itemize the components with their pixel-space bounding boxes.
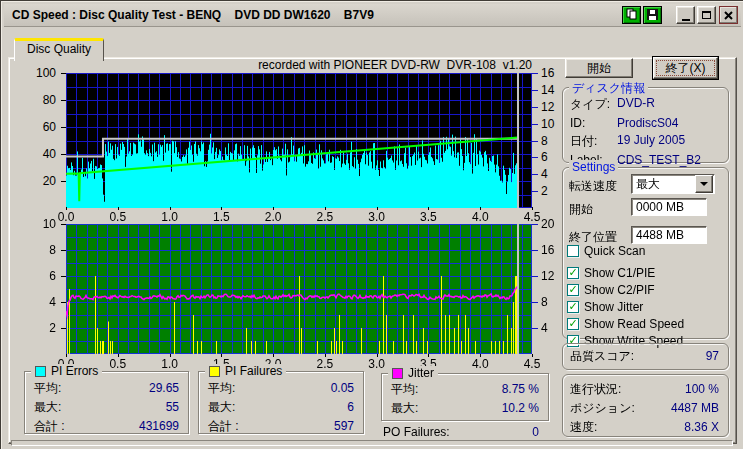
transfer-speed-label: 転送速度 [569,178,617,195]
stat-label: 合計 : [34,417,65,436]
x-axis-tick-label: 3.5 [412,211,444,223]
checkbox-icon[interactable] [567,245,579,257]
y-axis-tick-label: 10 [43,218,56,230]
stat-row: 平均:29.65 [25,379,188,398]
checkbox-label: Show C1/PIE [584,266,655,280]
tick-mark [170,354,171,357]
tick-mark [532,250,538,251]
x-axis-tick-label: 1.0 [154,358,186,370]
application-window: CD Speed : Disc Quality Test - BENQ DVD … [0,0,743,449]
tick-mark [532,90,538,91]
checkmark-icon: ✓ [568,285,577,295]
tick-mark [532,276,538,277]
checkmark-icon: ✓ [568,319,577,329]
tick-mark [61,250,66,251]
minimize-button[interactable] [676,6,695,24]
tick-mark [532,328,538,329]
tick-mark [325,354,326,357]
y-axis-tick-label: 60 [43,121,56,133]
checkbox-show-c1-pie[interactable]: ✓Show C1/PIE [567,266,729,280]
save-button[interactable] [643,6,662,24]
copy-icon [626,8,637,23]
progress-label: 進行状況: [570,380,621,399]
tick-mark [532,354,533,357]
tick-mark [170,207,171,210]
tick-mark [532,224,538,225]
y-axis-tick-label: 40 [43,148,56,160]
pi-failures-color-swatch [209,366,220,377]
tab-disc-quality[interactable]: Disc Quality [14,38,104,61]
tick-mark [66,354,67,357]
stat-value: 8.75 % [502,380,539,399]
checkbox-icon[interactable]: ✓ [567,267,579,279]
y-axis-tick-label: 20 [541,218,554,230]
transfer-speed-select[interactable]: 最大 [631,174,715,194]
checkbox-show-read-speed[interactable]: ✓Show Read Speed [567,317,729,331]
tick-mark [61,73,66,74]
pif-jitter-left-axis: 108642 [27,224,66,354]
settings-checkboxes: Quick Scan✓Show C1/PIE✓Show C2/PIF✓Show … [567,244,729,348]
info-value: 19 July 2005 [617,133,724,150]
jitter-legend: Jitter [408,366,434,380]
x-axis-tick-label: 2.5 [309,211,341,223]
info-value: CDS_TEST_B2 [617,153,724,167]
disc-info-rows: タイプ:DVD-RID:ProdiscS04日付:19 July 2005Lab… [570,96,724,167]
y-axis-tick-label: 8 [541,135,548,147]
checkbox-quick-scan[interactable]: Quick Scan [567,244,729,258]
info-label: タイプ: [570,96,617,113]
tick-mark [221,207,222,210]
y-axis-tick-label: 8 [49,244,56,256]
tick-mark [377,354,378,357]
close-button[interactable] [719,6,738,24]
x-axis-tick-label: 0.5 [102,358,134,370]
disc-info-title: ディスク情報 [569,80,648,97]
checkmark-icon: ✓ [568,302,577,312]
pi-errors-stats-rows: 平均:29.65最大:55合計 :431699 [25,379,188,436]
stat-label: 最大: [208,398,235,417]
tick-mark [532,174,538,175]
y-axis-tick-label: 10 [541,118,554,130]
copy-button[interactable] [622,6,641,24]
combo-dropdown-button[interactable] [695,175,713,193]
y-axis-tick-label: 4 [541,168,548,180]
pi-errors-stats-box: PI Errors 平均:29.65最大:55合計 :431699 [24,371,189,434]
pi-errors-chart-canvas [66,73,532,208]
progress-value: 8.36 X [684,418,719,437]
y-axis-tick-label: 2 [49,322,56,334]
transfer-speed-value: 最大 [632,176,695,193]
y-axis-tick-label: 12 [541,270,554,282]
tick-mark [61,276,66,277]
stat-label: 平均: [34,379,61,398]
x-axis-tick-label: 1.0 [154,211,186,223]
tick-mark [118,354,119,357]
stat-row: 合計 :597 [199,417,363,436]
stat-row: 最大:55 [25,398,188,417]
stat-label: 平均: [391,380,418,399]
end-position-input[interactable] [631,226,707,244]
stat-value: 55 [166,398,179,417]
tick-mark [532,73,538,74]
tick-mark [118,207,119,210]
start-button[interactable]: 開始 [565,58,633,78]
checkbox-show-c2-pif[interactable]: ✓Show C2/PIF [567,283,729,297]
x-axis-tick-label: 1.5 [205,211,237,223]
maximize-button[interactable] [697,6,716,24]
checkbox-label: Show C2/PIF [584,283,655,297]
stat-label: 合計 : [208,417,239,436]
checkbox-icon[interactable]: ✓ [567,284,579,296]
stat-value: 431699 [139,417,179,436]
start-position-input[interactable] [631,198,707,216]
po-failures-label: PO Failures: [383,425,450,439]
x-axis-tick-label: 4.5 [516,358,548,370]
checkbox-icon[interactable]: ✓ [567,301,579,313]
progress-row: ポジション:4487 MB [563,399,728,418]
stat-value: 6 [347,398,354,417]
exit-button[interactable]: 終了(X) [653,57,718,79]
pif-jitter-chart-canvas [66,224,532,354]
tick-mark [377,207,378,210]
minimize-icon [682,19,690,21]
tick-mark [428,354,429,357]
checkbox-show-jitter[interactable]: ✓Show Jitter [567,300,729,314]
checkbox-icon[interactable]: ✓ [567,318,579,330]
quality-score-label: 品質スコア: [570,344,634,369]
